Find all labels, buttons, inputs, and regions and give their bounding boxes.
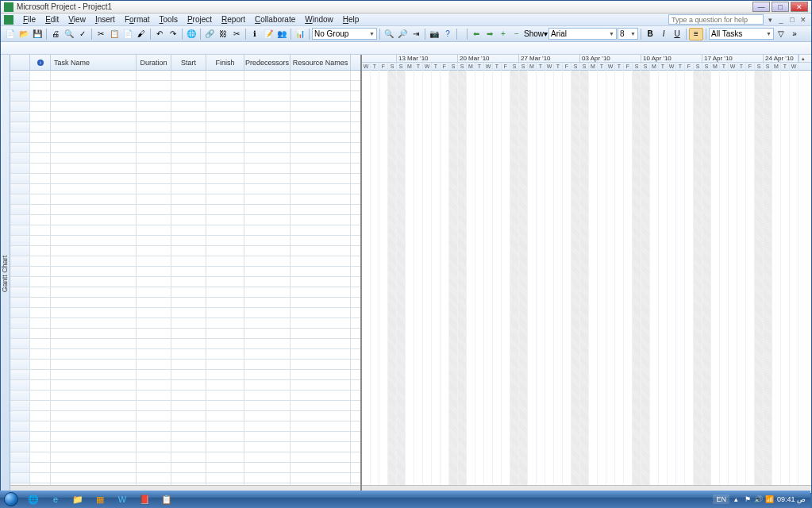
taskbar-app-5[interactable]: W: [112, 492, 133, 506]
col-resource-names[interactable]: Resource Names: [291, 55, 351, 70]
menu-help[interactable]: Help: [338, 15, 364, 24]
menu-edit[interactable]: Edit: [40, 15, 63, 24]
italic-button[interactable]: I: [657, 28, 670, 40]
menu-dropdown-icon[interactable]: ▾: [765, 15, 775, 25]
menu-format[interactable]: Format: [120, 15, 155, 24]
task-row[interactable]: [10, 71, 360, 81]
col-duration[interactable]: Duration: [137, 55, 171, 70]
taskbar-app-6[interactable]: 📕: [134, 492, 155, 506]
new-button[interactable]: 📄: [4, 28, 17, 40]
task-row[interactable]: [10, 91, 360, 102]
tray-show-hidden-icon[interactable]: ▴: [733, 495, 741, 503]
spell-check-button[interactable]: ✓: [76, 28, 89, 40]
task-row[interactable]: [10, 339, 360, 349]
menu-tools[interactable]: Tools: [155, 15, 183, 24]
task-row[interactable]: [10, 401, 360, 411]
task-row[interactable]: [10, 205, 360, 215]
cut-button[interactable]: ✂: [94, 28, 107, 40]
col-task-name[interactable]: Task Name: [51, 55, 137, 70]
task-row[interactable]: [10, 164, 360, 174]
align-left-button[interactable]: ≡: [689, 28, 703, 40]
task-grid-body[interactable]: [10, 71, 360, 493]
unlink-tasks-button[interactable]: ⛓: [217, 28, 229, 40]
task-row[interactable]: [10, 432, 360, 442]
menu-report[interactable]: Report: [217, 15, 250, 24]
task-row[interactable]: [10, 287, 360, 298]
underline-button[interactable]: U: [671, 28, 683, 40]
maximize-button[interactable]: □: [772, 2, 789, 12]
paste-button[interactable]: 📄: [121, 28, 134, 40]
gantt-timescale[interactable]: 13 Mar '1020 Mar '1027 Mar '1003 Apr '10…: [362, 55, 811, 71]
task-row[interactable]: [10, 298, 360, 308]
save-button[interactable]: 💾: [31, 28, 44, 40]
col-indicators[interactable]: i: [30, 55, 51, 70]
task-row[interactable]: [10, 329, 360, 339]
menu-insert[interactable]: Insert: [90, 15, 120, 24]
col-finish[interactable]: Finish: [206, 55, 244, 70]
taskbar-app-1[interactable]: 🌐: [23, 492, 44, 506]
task-row[interactable]: [10, 225, 360, 236]
mdi-minimize-button[interactable]: _: [776, 15, 786, 25]
task-row[interactable]: [10, 194, 360, 205]
task-row[interactable]: [10, 360, 360, 370]
task-row[interactable]: [10, 153, 360, 164]
menu-view[interactable]: View: [63, 15, 90, 24]
taskbar-app-7[interactable]: 📋: [156, 492, 177, 506]
mdi-close-button[interactable]: ✕: [799, 15, 808, 25]
gantt-body[interactable]: [362, 71, 811, 493]
mdi-restore-button[interactable]: □: [787, 15, 797, 25]
open-button[interactable]: 📂: [17, 28, 30, 40]
task-row[interactable]: [10, 236, 360, 246]
clock[interactable]: 09:41 ص: [777, 496, 806, 503]
task-row[interactable]: [10, 473, 360, 483]
col-predecessors[interactable]: Predecessors: [244, 55, 291, 70]
view-bar[interactable]: Gantt Chart: [1, 55, 10, 493]
task-row[interactable]: [10, 256, 360, 267]
filter-combo[interactable]: All Tasks▼: [709, 28, 774, 40]
tray-flag-icon[interactable]: ⚑: [744, 495, 752, 503]
taskbar-app-2[interactable]: e: [45, 492, 66, 506]
task-row[interactable]: [10, 174, 360, 184]
font-combo[interactable]: Arial▼: [548, 28, 617, 40]
menu-window[interactable]: Window: [300, 15, 338, 24]
autofilter-button[interactable]: ▽: [775, 28, 787, 40]
select-all-corner[interactable]: [10, 55, 30, 70]
task-row[interactable]: [10, 122, 360, 133]
assign-resources-button[interactable]: 👥: [275, 28, 288, 40]
taskbar-app-4[interactable]: ▦: [90, 492, 110, 506]
copy-picture-button[interactable]: 📷: [428, 28, 441, 40]
task-info-button[interactable]: ℹ: [248, 28, 261, 40]
menu-collaborate[interactable]: Collaborate: [250, 15, 300, 24]
group-by-combo[interactable]: No Group▼: [312, 28, 377, 40]
goto-task-button[interactable]: ⇥: [410, 28, 422, 40]
task-row[interactable]: [10, 411, 360, 421]
close-button[interactable]: ✕: [791, 2, 808, 12]
more-buttons[interactable]: »: [788, 28, 801, 40]
gantt-vscroll-up[interactable]: ▴: [799, 55, 807, 62]
menu-file[interactable]: File: [18, 15, 40, 24]
font-size-combo[interactable]: 8▼: [618, 28, 638, 40]
task-row[interactable]: [10, 215, 360, 225]
task-row[interactable]: [10, 442, 360, 452]
help-button[interactable]: ?: [441, 28, 454, 40]
indent-button[interactable]: ➡: [483, 28, 496, 40]
task-row[interactable]: [10, 143, 360, 153]
language-indicator[interactable]: EN: [713, 495, 729, 504]
task-row[interactable]: [10, 112, 360, 122]
show-menu[interactable]: Show▾: [524, 29, 548, 38]
show-subtasks-button[interactable]: +: [497, 28, 510, 40]
task-row[interactable]: [10, 308, 360, 318]
start-button[interactable]: [0, 491, 22, 508]
task-notes-button[interactable]: 📝: [262, 28, 275, 40]
task-row[interactable]: [10, 463, 360, 473]
task-row[interactable]: [10, 452, 360, 463]
link-tasks-button[interactable]: 🔗: [203, 28, 216, 40]
print-button[interactable]: 🖨: [49, 28, 62, 40]
undo-button[interactable]: ↶: [153, 28, 166, 40]
outdent-button[interactable]: ⬅: [470, 28, 483, 40]
split-task-button[interactable]: ✂: [230, 28, 243, 40]
taskbar-app-3[interactable]: 📁: [67, 492, 88, 506]
bold-button[interactable]: B: [644, 28, 656, 40]
task-row[interactable]: [10, 349, 360, 360]
hide-subtasks-button[interactable]: −: [510, 28, 523, 40]
